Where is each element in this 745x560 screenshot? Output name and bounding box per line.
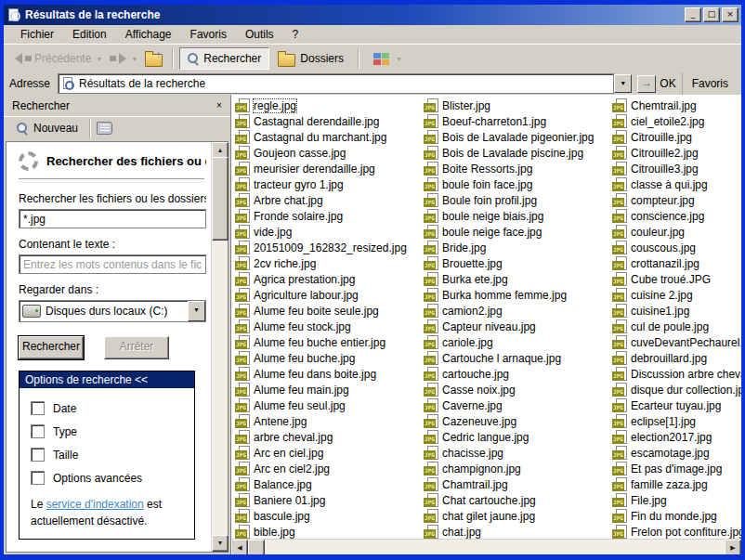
file-item[interactable]: JPGboule neige biais.jpg (422, 208, 610, 224)
file-item[interactable]: JPGboule neige face.jpg (422, 224, 610, 240)
file-item[interactable]: JPGArc en ciel.jpg (233, 445, 422, 461)
file-item[interactable]: JPGchacisse.jpg (422, 445, 610, 461)
file-item[interactable]: JPGCedric langue.jpg (422, 429, 610, 445)
file-item[interactable]: JPGchat.jpg (422, 524, 610, 540)
new-search-button[interactable]: Nouveau (11, 119, 84, 137)
file-item[interactable]: JPGCartouche l arnaque.jpg (422, 350, 610, 366)
sidebar-close-icon[interactable]: × (212, 99, 227, 112)
address-dropdown-button[interactable]: ▼ (614, 74, 632, 93)
containing-text-input[interactable] (19, 254, 206, 274)
file-item[interactable]: JPGBois de Lavalade piscine.jpg (422, 145, 610, 161)
file-item[interactable]: JPGelection2017.jpg (610, 429, 741, 445)
file-item[interactable]: JPGChat cartouche.jpg (422, 492, 610, 508)
file-item[interactable]: JPGeclipse[1].jpg (610, 413, 741, 429)
search-toolbar-button[interactable]: Rechercher (179, 47, 269, 70)
option-row[interactable]: Date (31, 401, 189, 415)
file-item[interactable]: JPGcul de poule.jpg (610, 319, 741, 334)
file-item[interactable]: JPGBoeuf-charreton1.jpg (422, 113, 610, 129)
menu-item-5[interactable]: ? (283, 26, 308, 43)
file-item[interactable]: JPGDiscussion arbre cheval.jpg (610, 366, 741, 382)
file-item[interactable]: JPGvide.jpg (233, 224, 422, 240)
scrollbar-thumb[interactable] (212, 157, 229, 241)
file-item[interactable]: JPGFrelon pot confiture.jpg (610, 524, 741, 540)
close-button[interactable]: × (722, 7, 738, 22)
file-item[interactable]: JPGAlume feu dans boite.jpg (233, 366, 422, 382)
file-item[interactable]: JPGCitrouille.jpg (610, 129, 741, 145)
file-item[interactable]: JPGarbre cheval.jpg (233, 429, 422, 445)
scrollbar-track[interactable] (265, 540, 725, 554)
favorites-toolbar-label[interactable]: Favoris (682, 72, 738, 95)
forward-button[interactable]: ▼ (106, 51, 141, 66)
horizontal-scrollbar[interactable]: ◀ ▶ (231, 539, 741, 554)
file-item[interactable]: JPGdebrouillard.jpg (610, 350, 741, 366)
name-input[interactable] (19, 209, 206, 228)
look-in-select[interactable]: Disques durs locaux (C:) ▼ (19, 300, 206, 322)
file-item[interactable]: JPGAlume feu buche entier.jpg (233, 334, 422, 350)
file-item[interactable]: JPGArbre chat.jpg (233, 192, 422, 208)
menu-item-1[interactable]: Edition (63, 26, 116, 43)
file-item[interactable]: JPGCapteur niveau.jpg (422, 319, 610, 334)
back-button[interactable]: Précédente ▼ (11, 50, 106, 67)
file-item[interactable]: JPGAlume feu boite seule.jpg (233, 303, 422, 319)
file-item[interactable]: JPGBurka homme femme.jpg (422, 287, 610, 303)
file-item[interactable]: JPGCasse noix.jpg (422, 382, 610, 397)
file-item[interactable]: JPGAlume feu stock.jpg (233, 319, 422, 334)
file-item[interactable]: JPGCitrouille3.jpg (610, 161, 741, 176)
file-item[interactable]: JPGboule foin face.jpg (422, 176, 610, 192)
file-item[interactable]: JPGFronde solaire.jpg (233, 208, 422, 224)
menu-item-4[interactable]: Outils (236, 26, 283, 43)
file-item[interactable]: JPGcartouche.jpg (422, 366, 610, 382)
scroll-left-icon[interactable]: ◀ (231, 540, 248, 554)
menu-item-2[interactable]: Affichage (116, 26, 181, 43)
file-item[interactable]: JPGclasse à qui.jpg (610, 176, 741, 192)
folders-toolbar-button[interactable]: Dossiers (269, 46, 352, 72)
file-item[interactable]: JPGAgriculture labour.jpg (233, 287, 422, 303)
file-item[interactable]: JPGcuisine1.jpg (610, 303, 741, 319)
file-item[interactable]: JPGAlume feu main.jpg (233, 382, 422, 397)
file-item[interactable]: JPGBlister.jpg (422, 98, 610, 113)
file-item[interactable]: JPGcompteur.jpg (610, 192, 741, 208)
file-item[interactable]: JPGBride.jpg (422, 240, 610, 255)
file-item[interactable]: JPGCaverne.jpg (422, 397, 610, 413)
indexing-service-link[interactable]: service d'indexation (46, 498, 144, 511)
file-item[interactable]: JPGcuisine 2.jpg (610, 287, 741, 303)
checkbox[interactable] (31, 401, 45, 415)
file-item[interactable]: JPGChemtrail.jpg (610, 98, 741, 113)
file-item[interactable]: JPGbible.jpg (233, 524, 422, 540)
file-item[interactable]: JPGcuveDevantPechaurel.jpg (610, 334, 741, 350)
file-item[interactable]: JPGchampignon.jpg (422, 461, 610, 476)
file-item[interactable]: JPGciel_etoile2.jpg (610, 113, 741, 129)
file-item[interactable]: JPGCazeneuve.jpg (422, 413, 610, 429)
file-item[interactable]: JPGEcarteur tuyau.jpg (610, 397, 741, 413)
minimize-button[interactable]: _ (685, 7, 701, 22)
search-button[interactable]: Rechercher (19, 336, 84, 359)
look-in-dropdown-button[interactable]: ▼ (188, 301, 205, 321)
file-item[interactable]: JPGCitrouille2.jpg (610, 145, 741, 161)
file-item[interactable]: JPGEt pas d'image.jpg (610, 461, 741, 476)
file-item[interactable]: JPGmeurisier derendaille.jpg (233, 161, 422, 176)
file-item[interactable]: JPGAlume feu buche.jpg (233, 350, 422, 366)
checkbox[interactable] (31, 424, 45, 438)
views-button[interactable]: ▼ (365, 48, 411, 70)
option-row[interactable]: Taille (31, 448, 189, 462)
file-item[interactable]: JPGtracteur gyro 1.jpg (233, 176, 422, 192)
file-item[interactable]: JPGBoite Ressorts.jpg (422, 161, 610, 176)
checkbox[interactable] (31, 448, 45, 462)
checkbox[interactable] (31, 471, 45, 485)
file-item[interactable]: JPGcouleur.jpg (610, 224, 741, 240)
up-folder-button[interactable]: ↑ (141, 49, 166, 69)
scroll-down-icon[interactable]: ▼ (212, 535, 229, 552)
file-item[interactable]: JPGfamille zaza.jpg (610, 476, 741, 492)
file-item[interactable]: JPGCube troué.JPG (610, 271, 741, 287)
file-item[interactable]: JPGBrouette.jpg (422, 255, 610, 271)
file-item[interactable]: JPGAlume feu seul.jpg (233, 397, 422, 413)
file-item[interactable]: JPGcouscous.jpg (610, 240, 741, 255)
file-item[interactable]: JPGbascule.jpg (233, 508, 422, 524)
file-item[interactable]: JPGFin du monde.jpg (610, 508, 741, 524)
file-item[interactable]: JPGFile.jpg (610, 492, 741, 508)
file-item[interactable]: JPGescamotage.jpg (610, 445, 741, 461)
file-item[interactable]: JPGGoujeon casse.jpg (233, 145, 422, 161)
file-item[interactable]: JPGBurka ete.jpg (422, 271, 610, 287)
address-combo[interactable]: Résultats de la recherche (58, 73, 614, 94)
go-button[interactable]: → OK (635, 74, 677, 94)
